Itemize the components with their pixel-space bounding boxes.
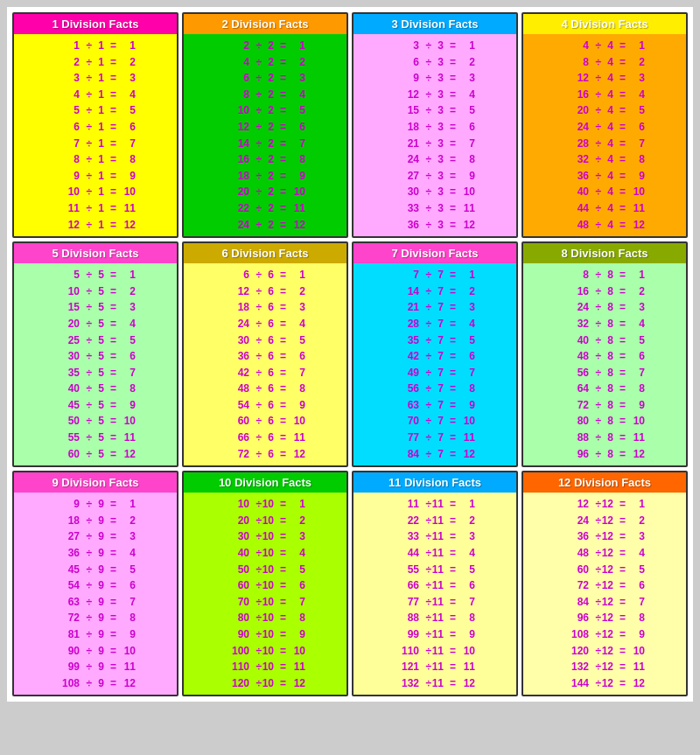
fact-row: 20 ÷ 10 = 2	[189, 513, 341, 529]
divisor: 11	[431, 577, 444, 594]
fact-row: 60 ÷ 10 = 6	[189, 577, 341, 594]
equals-symbol: =	[613, 528, 626, 545]
fact-row: 72 ÷ 12 = 6	[528, 577, 681, 594]
fact-row: 8 ÷ 8 = 1	[528, 267, 681, 283]
dividend: 96	[564, 446, 589, 463]
divisor: 10	[262, 610, 274, 626]
equals-symbol: =	[274, 316, 286, 332]
fact-row: 9 ÷ 3 = 3	[359, 70, 511, 87]
divisor: 10	[262, 594, 274, 611]
section-s5: 5 Division Facts5 ÷ 5 = 110 ÷ 5 = 215 ÷ …	[12, 241, 178, 467]
quotient: 6	[456, 577, 475, 594]
fact-row: 12 ÷ 6 = 2	[189, 283, 341, 300]
divisor: 2	[262, 38, 274, 54]
division-symbol: ÷	[249, 562, 262, 578]
dividend: 24	[564, 299, 589, 316]
division-symbol: ÷	[249, 675, 262, 692]
equals-symbol: =	[444, 38, 456, 54]
quotient: 12	[626, 446, 645, 463]
quotient: 1	[286, 496, 305, 513]
divisor: 9	[92, 626, 104, 643]
dividend: 12	[564, 70, 589, 87]
quotient: 9	[116, 397, 136, 414]
quotient: 5	[116, 562, 136, 578]
quotient: 9	[286, 626, 305, 643]
division-symbol: ÷	[589, 217, 601, 234]
quotient: 12	[286, 675, 305, 692]
divisor: 1	[92, 87, 104, 103]
equals-symbol: =	[104, 168, 116, 185]
equals-symbol: =	[613, 283, 626, 300]
dividend: 16	[564, 283, 589, 300]
fact-row: 55 ÷ 5 = 11	[19, 430, 172, 446]
dividend: 33	[395, 200, 419, 217]
quotient: 4	[456, 87, 475, 103]
quotient: 9	[456, 168, 475, 185]
equals-symbol: =	[444, 397, 456, 414]
divisor: 4	[601, 54, 613, 71]
divisor: 11	[431, 562, 444, 578]
fact-row: 63 ÷ 7 = 9	[359, 397, 511, 414]
quotient: 10	[456, 643, 475, 660]
dividend: 77	[395, 594, 419, 611]
equals-symbol: =	[444, 365, 456, 381]
divisor: 10	[262, 659, 274, 675]
dividend: 36	[395, 217, 419, 234]
fact-row: 3 ÷ 3 = 1	[359, 38, 511, 54]
division-symbol: ÷	[589, 496, 601, 513]
divisor: 6	[262, 316, 274, 332]
division-symbol: ÷	[249, 283, 262, 300]
equals-symbol: =	[104, 381, 116, 397]
quotient: 10	[116, 184, 136, 200]
fact-row: 99 ÷ 9 = 11	[19, 659, 172, 675]
dividend: 56	[564, 365, 589, 381]
equals-symbol: =	[104, 348, 116, 365]
equals-symbol: =	[274, 397, 286, 414]
division-symbol: ÷	[589, 299, 601, 316]
divisor: 2	[262, 200, 274, 217]
equals-symbol: =	[104, 283, 116, 300]
section-body-s5: 5 ÷ 5 = 110 ÷ 5 = 215 ÷ 5 = 320 ÷ 5 = 42…	[14, 263, 177, 465]
divisor: 4	[601, 38, 613, 54]
fact-row: 9 ÷ 1 = 9	[19, 168, 172, 185]
quotient: 12	[286, 446, 305, 463]
equals-symbol: =	[613, 200, 626, 217]
fact-row: 7 ÷ 1 = 7	[19, 136, 172, 152]
equals-symbol: =	[274, 545, 286, 562]
divisor: 4	[601, 168, 613, 185]
equals-symbol: =	[274, 446, 286, 463]
equals-symbol: =	[274, 38, 286, 54]
divisor: 10	[262, 577, 274, 594]
division-symbol: ÷	[249, 316, 262, 332]
division-symbol: ÷	[249, 496, 262, 513]
divisor: 12	[601, 528, 613, 545]
equals-symbol: =	[274, 562, 286, 578]
division-symbol: ÷	[589, 283, 601, 300]
dividend: 44	[564, 200, 589, 217]
divisor: 8	[601, 381, 613, 397]
division-symbol: ÷	[419, 397, 431, 414]
divisor: 12	[601, 513, 613, 529]
division-symbol: ÷	[419, 119, 431, 136]
dividend: 42	[395, 348, 419, 365]
fact-row: 132 ÷ 12 = 11	[528, 659, 681, 675]
divisor: 6	[262, 267, 274, 283]
quotient: 7	[626, 365, 645, 381]
quotient: 5	[286, 102, 305, 119]
quotient: 5	[626, 332, 645, 349]
fact-row: 60 ÷ 12 = 5	[528, 562, 681, 578]
equals-symbol: =	[274, 267, 286, 283]
quotient: 8	[626, 381, 645, 397]
equals-symbol: =	[274, 675, 286, 692]
equals-symbol: =	[444, 545, 456, 562]
dividend: 40	[564, 184, 589, 200]
dividend: 6	[225, 70, 249, 87]
divisor: 9	[92, 659, 104, 675]
equals-symbol: =	[613, 430, 626, 446]
dividend: 66	[395, 577, 419, 594]
divisor: 5	[92, 348, 104, 365]
fact-row: 6 ÷ 2 = 3	[189, 70, 341, 87]
division-symbol: ÷	[589, 119, 601, 136]
divisor: 9	[92, 496, 104, 513]
quotient: 8	[456, 381, 475, 397]
